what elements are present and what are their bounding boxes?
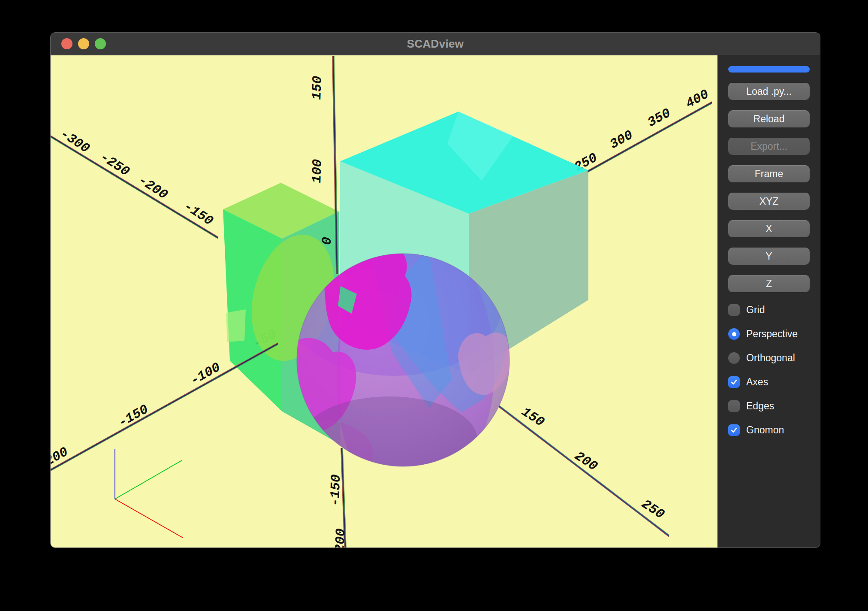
gnomon-checkbox-box[interactable] [728,424,740,436]
close-button[interactable] [61,38,72,49]
perspective-radio[interactable]: Perspective [728,328,810,340]
check-icon [730,426,738,434]
axis-y-tick-400: 400 [683,87,711,112]
frame-button[interactable]: Frame [728,165,810,182]
sidebar-toggles: GridPerspectiveOrthogonalAxesEdgesGnomon [728,304,810,436]
edges-checkbox-box[interactable] [728,400,740,412]
sphere-bottom-shadow [301,396,477,482]
axis-y-tick--150: -150 [116,402,151,430]
axis-z-tick-150: 150 [309,76,325,100]
perspective-radio-label: Perspective [746,328,798,340]
sidebar-buttons: Load .py...ReloadExport...FrameXYZXYZ [728,83,810,292]
perspective-radio-box[interactable] [728,328,740,340]
axes-checkbox[interactable]: Axes [728,376,810,388]
viewport-3d[interactable]: -300-250-200-150150200250 -5025030035040… [51,55,717,547]
edges-checkbox[interactable]: Edges [728,400,810,412]
edges-checkbox-label: Edges [746,400,774,412]
axis-x-tick-250: 250 [639,496,667,522]
radio-dot-icon [732,332,736,336]
orthogonal-radio[interactable]: Orthogonal [728,352,810,364]
axis-z-tick-100: 100 [309,159,325,183]
axis-x-tick-200: 200 [572,448,600,474]
traffic-lights [61,38,106,49]
window-title: SCADview [407,37,464,51]
control-sidebar: Load .py...ReloadExport...FrameXYZXYZ Gr… [717,55,820,547]
axis-x-tick-150: 150 [519,404,547,430]
grid-checkbox-box[interactable] [728,304,740,316]
axis-x-tick--150: -150 [181,199,216,229]
title-bar[interactable]: SCADview [51,33,820,55]
export-button: Export... [728,138,810,155]
reload-button[interactable]: Reload [728,110,810,127]
grid-checkbox[interactable]: Grid [728,304,810,316]
scene-canvas[interactable]: -300-250-200-150150200250 -5025030035040… [51,55,717,547]
zoom-button[interactable] [95,38,106,49]
gnomon-checkbox[interactable]: Gnomon [728,424,810,436]
orthogonal-radio-label: Orthogonal [746,352,795,364]
scadview-window: SCADview [51,33,820,547]
minimize-button[interactable] [78,38,89,49]
axis-z-tick--150: -150 [328,474,344,507]
axes-checkbox-label: Axes [746,376,768,388]
screen: SCADview [0,0,868,611]
load-progress-bar [728,66,810,73]
orthogonal-radio-box[interactable] [728,352,740,364]
axes-checkbox-box[interactable] [728,376,740,388]
z-button[interactable]: Z [728,275,810,292]
green-cube-light-facet [226,309,246,342]
gnomon-checkbox-label: Gnomon [746,424,784,436]
gnomon-y-axis [115,460,182,499]
axis-z-tick--200: -200 [332,528,349,547]
gnomon [115,449,183,538]
xyz-button[interactable]: XYZ [728,193,810,210]
y-button[interactable]: Y [728,248,810,265]
gnomon-x-axis [115,499,183,538]
axis-z-tick-0: 0 [319,237,335,245]
grid-checkbox-label: Grid [746,304,765,316]
x-button[interactable]: X [728,220,810,237]
load-py-button[interactable]: Load .py... [728,83,810,100]
check-icon [730,378,738,386]
